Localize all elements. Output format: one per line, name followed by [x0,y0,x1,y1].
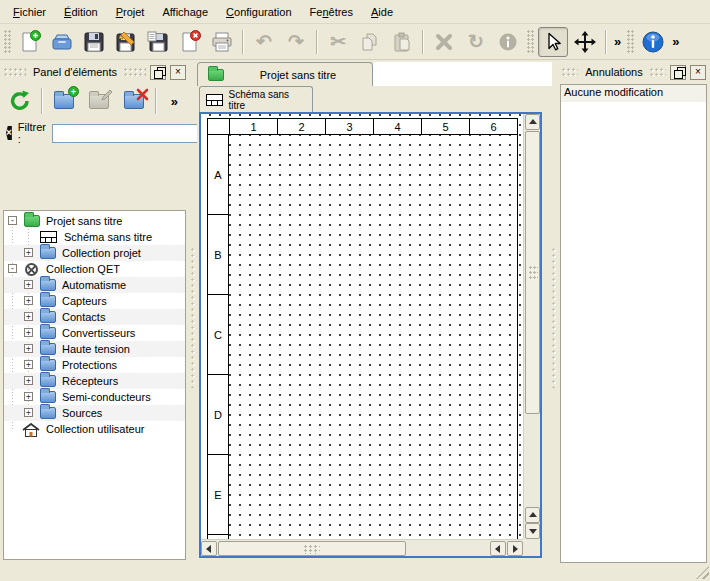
scroll-right-button[interactable] [507,541,523,556]
row-header: C [208,295,228,375]
panel-overflow-chevron[interactable]: » [169,94,180,109]
expand-icon[interactable]: + [24,392,33,401]
folder-icon [40,311,56,323]
scroll-left-button-2[interactable] [490,541,506,556]
save-as-button[interactable] [111,27,141,57]
toolbar-grip[interactable] [4,30,11,54]
close-panel-button[interactable]: × [690,65,706,80]
redo-button[interactable]: ↷ [281,27,311,57]
delete-button[interactable] [429,27,459,57]
select-mode-button[interactable] [538,27,568,57]
cut-icon: ✂ [330,32,346,51]
close-file-button[interactable] [175,27,205,57]
menu-fenetres[interactable]: Fenêtres [301,2,362,22]
tree-item-convertisseurs[interactable]: + Convertisseurs [4,325,185,341]
rotate-button[interactable]: ↻ [461,27,491,57]
expand-icon[interactable]: + [24,408,33,417]
tree-item-schema-sans-titre[interactable]: Schéma sans titre [4,229,185,245]
toolbar-overflow-chevron[interactable]: » [670,34,681,49]
left-splitter-handle[interactable] [190,60,197,575]
tree-item-collection-qet[interactable]: - Collection QET [4,261,185,277]
move-mode-button[interactable] [570,27,600,57]
delete-x-icon [433,31,455,53]
expand-icon[interactable]: + [24,344,33,353]
undo-history-list[interactable]: Aucune modification [560,84,707,563]
paste-button[interactable] [387,27,417,57]
toolbar-separator [422,30,424,54]
tree-item-recepteurs[interactable]: + Récepteurs [4,373,185,389]
new-document-button[interactable] [15,27,45,57]
edit-category-button[interactable] [83,85,115,117]
collapse-icon[interactable]: - [8,216,17,225]
menu-aide[interactable]: Aide [362,2,402,22]
tree-item-haute-tension[interactable]: + Haute tension [4,341,185,357]
copy-button[interactable] [355,27,385,57]
expand-icon[interactable]: + [24,360,33,369]
tree-item-automatisme[interactable]: + Automatisme [4,277,185,293]
info-gray-icon [497,31,519,53]
new-category-button[interactable]: + [48,85,80,117]
tree-item-projet-sans-titre[interactable]: - Projet sans titre [4,213,185,229]
toolbar-overflow-chevron[interactable]: » [612,34,623,49]
about-qet-button[interactable] [638,27,668,57]
reload-collections-button[interactable] [4,85,36,117]
schema-canvas[interactable]: 1 2 3 4 5 6 A B C D E [201,114,523,539]
splitter-grip [191,248,196,388]
print-button[interactable] [207,27,237,57]
float-icon [674,70,681,77]
elements-panel-titlebar[interactable]: Panel d'éléments × [2,62,188,82]
expand-icon[interactable]: + [24,312,33,321]
float-panel-button[interactable] [670,65,686,80]
tree-item-protections[interactable]: + Protections [4,357,185,373]
expand-icon[interactable]: + [24,248,33,257]
delete-category-button[interactable] [118,85,150,117]
menu-configuration[interactable]: Configuration [217,2,300,22]
filter-input[interactable] [52,124,202,143]
plus-badge-icon: + [68,86,79,97]
expand-icon[interactable]: + [24,296,33,305]
tab-schema-sans-titre[interactable]: Schéma sans titre [199,86,313,112]
menu-fichier[interactable]: Fichier [4,2,55,22]
vertical-scroll-thumb[interactable] [525,131,540,414]
tree-item-contacts[interactable]: + Contacts [4,309,185,325]
vertical-scrollbar[interactable] [523,114,540,539]
toolbar-grip[interactable] [627,30,634,54]
tree-item-collection-projet[interactable]: + Collection projet [4,245,185,261]
tree-item-semi-conducteurs[interactable]: + Semi-conducteurs [4,389,185,405]
horizontal-scroll-thumb[interactable] [218,541,406,556]
cut-button[interactable]: ✂ [323,27,353,57]
clear-filter-icon[interactable]: × [6,126,12,140]
scroll-up-button-2[interactable] [525,507,540,523]
scroll-down-button[interactable] [525,523,540,539]
tree-item-collection-utilisateur[interactable]: Collection utilisateur [4,421,185,437]
close-panel-button[interactable]: × [170,65,186,80]
column-header-row: 1 2 3 4 5 6 [208,119,517,135]
open-button[interactable] [47,27,77,57]
expand-icon[interactable]: + [24,376,33,385]
float-panel-button[interactable] [150,65,166,80]
right-splitter-handle[interactable] [551,60,558,575]
save-all-button[interactable] [143,27,173,57]
toolbar-separator [41,88,43,114]
elements-panel-toolbar: + » [0,82,190,120]
tree-item-sources[interactable]: + Sources [4,405,185,421]
scroll-up-button[interactable] [525,114,540,130]
tree-item-capteurs[interactable]: + Capteurs [4,293,185,309]
scroll-left-button[interactable] [201,541,217,556]
tab-projet-sans-titre[interactable]: Projet sans titre [197,62,373,86]
menu-affichage[interactable]: Affichage [153,2,217,22]
undo-button[interactable]: ↶ [249,27,279,57]
undo-list-item[interactable]: Aucune modification [561,85,706,102]
expand-icon[interactable]: + [24,328,33,337]
element-info-button[interactable] [493,27,523,57]
horizontal-scrollbar[interactable] [201,539,523,556]
column-header: 6 [469,119,517,134]
undo-panel-titlebar[interactable]: Annulations × [560,62,708,82]
expand-icon[interactable]: + [24,280,33,289]
collapse-icon[interactable]: - [8,264,17,273]
toolbar-grip[interactable] [527,30,534,54]
menu-edition[interactable]: Édition [55,2,107,22]
print-icon [210,30,234,54]
menu-projet[interactable]: Projet [107,2,154,22]
save-button[interactable] [79,27,109,57]
